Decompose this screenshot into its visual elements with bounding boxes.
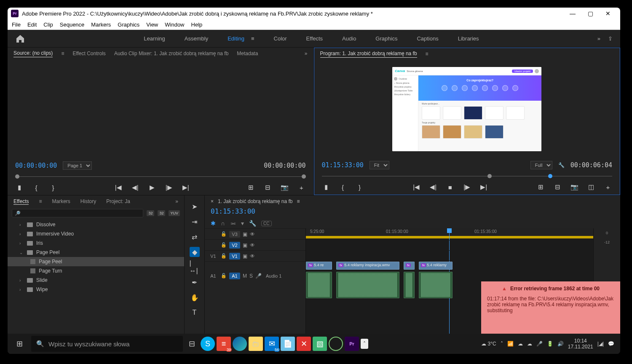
- premiere-icon[interactable]: Pr: [345, 337, 359, 351]
- menu-window[interactable]: Window: [165, 21, 184, 28]
- tree-folder[interactable]: ⌄Page Peel: [8, 248, 184, 257]
- wrench-icon[interactable]: 🔧: [249, 220, 256, 227]
- tree-effect[interactable]: Page Turn: [8, 266, 184, 276]
- page-select[interactable]: Page 1: [63, 161, 92, 170]
- program-tab[interactable]: Program: 1. Jak zrobić dobrą reklamę na …: [320, 51, 417, 58]
- menu-sequence[interactable]: Sequence: [60, 21, 85, 28]
- eye-icon[interactable]: 👁: [250, 231, 255, 237]
- effects-tab[interactable]: Effects: [13, 198, 29, 205]
- effects-tab[interactable]: Markers: [52, 198, 70, 204]
- workspace-learning[interactable]: Learning: [144, 35, 165, 42]
- toggle-output-icon[interactable]: ▣: [243, 253, 247, 259]
- lock-icon[interactable]: 🔓: [221, 242, 227, 248]
- skype-icon[interactable]: S: [201, 337, 215, 351]
- audio-clip[interactable]: [336, 272, 399, 298]
- toggle-output-icon[interactable]: ▣: [243, 242, 247, 248]
- clock[interactable]: 10:1417.11.2021: [568, 338, 593, 350]
- source-tab[interactable]: Metadata: [237, 51, 258, 56]
- tray-app-icon[interactable]: |◢|: [597, 341, 604, 347]
- track-v1[interactable]: V1: [229, 253, 240, 260]
- xmind-icon[interactable]: ✕: [297, 337, 311, 351]
- go-out-icon[interactable]: ▶|: [479, 183, 488, 191]
- ripple-tool-icon[interactable]: ⇄: [190, 232, 200, 242]
- track-select-tool-icon[interactable]: ⇥: [190, 217, 200, 227]
- zoom-select[interactable]: Fit: [370, 161, 389, 169]
- hand-tool-icon[interactable]: ✋: [190, 292, 200, 302]
- workspace-color[interactable]: Color: [274, 35, 287, 42]
- home-button[interactable]: [15, 34, 25, 44]
- panel-menu-icon[interactable]: ≡: [61, 51, 64, 56]
- insert-icon[interactable]: ⊞: [247, 184, 255, 191]
- camera-icon[interactable]: 📷: [570, 183, 578, 191]
- track-a1[interactable]: A1: [229, 273, 240, 279]
- battery-icon[interactable]: 🔋: [547, 341, 553, 347]
- solo-icon[interactable]: S: [249, 273, 253, 279]
- audio-clip[interactable]: [404, 272, 415, 298]
- program-viewer[interactable]: Canva Strona główna Utwórz projekt Osobi…: [314, 60, 620, 158]
- chevron-icon[interactable]: ›: [19, 232, 24, 236]
- extract-icon[interactable]: ⊟: [553, 183, 562, 191]
- mute-icon[interactable]: M: [243, 273, 247, 279]
- cloud-icon[interactable]: ☁: [527, 341, 532, 347]
- todoist-icon[interactable]: ≡39: [217, 337, 231, 351]
- track-v2[interactable]: V2: [229, 242, 240, 249]
- maximize-button[interactable]: ▢: [581, 10, 599, 17]
- tree-folder[interactable]: ›Slide: [8, 276, 184, 285]
- chevron-icon[interactable]: ⌄: [19, 250, 24, 255]
- minimize-button[interactable]: —: [564, 10, 581, 17]
- effects-tab[interactable]: Project: Ja: [106, 198, 130, 204]
- menu-help[interactable]: Help: [191, 21, 203, 28]
- snap-icon[interactable]: ✱: [211, 220, 216, 227]
- video-clip[interactable]: fx5.4 reklamy inspiracja.wmv: [336, 262, 399, 270]
- video-clip[interactable]: fx5.4 re: [306, 262, 332, 270]
- taskbar-search[interactable]: 🔍 Wpisz tu wyszukiwane słowa: [31, 336, 183, 352]
- add-button-icon[interactable]: +: [297, 184, 306, 191]
- quality-select[interactable]: Full: [530, 161, 552, 169]
- type-tool-icon[interactable]: T: [190, 308, 200, 318]
- menu-edit[interactable]: Edit: [27, 21, 37, 28]
- program-tc[interactable]: 01:15:33:00: [322, 161, 364, 169]
- menu-clip[interactable]: Clip: [43, 21, 53, 28]
- panel-menu-icon[interactable]: ≡: [426, 51, 428, 57]
- workspace-editing[interactable]: Editing: [228, 35, 244, 42]
- source-scrubber[interactable]: [8, 172, 313, 180]
- razor-tool-icon[interactable]: ◆: [190, 247, 200, 257]
- weather-icon[interactable]: ☁ 3°C: [481, 341, 496, 347]
- voiceover-icon[interactable]: 🎤: [255, 273, 262, 279]
- track-v3[interactable]: V3: [229, 231, 240, 238]
- panel-overflow-icon[interactable]: »: [305, 51, 308, 56]
- source-a1-target[interactable]: A1: [208, 273, 218, 278]
- lock-icon[interactable]: 🔓: [221, 231, 227, 237]
- sequence-tab[interactable]: 1. Jak zrobić dobrą reklamę na fb: [218, 198, 292, 204]
- chevron-icon[interactable]: ›: [19, 222, 24, 227]
- magnet-icon[interactable]: ∩: [221, 220, 225, 227]
- lock-icon[interactable]: 🔓: [221, 253, 227, 259]
- bracket-in-icon[interactable]: {: [32, 184, 40, 191]
- wifi-icon[interactable]: 📶: [507, 341, 514, 347]
- task-view-icon[interactable]: ⊟: [185, 337, 199, 351]
- badge-32float[interactable]: 32: [158, 210, 165, 216]
- chevron-icon[interactable]: ›: [19, 278, 24, 283]
- work-area-bar[interactable]: [306, 236, 593, 238]
- go-to-in-icon[interactable]: |◀: [114, 184, 123, 191]
- mail-icon[interactable]: ✉56: [265, 337, 279, 351]
- notifications-icon[interactable]: 💬: [608, 341, 614, 347]
- menu-view[interactable]: View: [146, 21, 158, 28]
- green-app-icon[interactable]: ▧: [313, 337, 327, 351]
- panel-menu-icon[interactable]: ≡: [39, 198, 42, 204]
- marker-add-icon[interactable]: ▾: [241, 220, 244, 227]
- link-icon[interactable]: ⫘: [230, 220, 236, 227]
- workspace-effects[interactable]: Effects: [306, 35, 323, 42]
- step-fwd-icon[interactable]: |▶: [165, 184, 173, 191]
- workspace-captions[interactable]: Captions: [417, 35, 438, 42]
- panel-menu-icon[interactable]: ≡: [297, 198, 300, 204]
- menu-markers[interactable]: Markers: [91, 21, 111, 28]
- tree-folder[interactable]: ›Wipe: [8, 285, 184, 294]
- audio-clip[interactable]: [306, 272, 332, 298]
- badge-32bit[interactable]: 32: [147, 210, 154, 216]
- eye-icon[interactable]: 👁: [250, 253, 255, 259]
- source-tab[interactable]: Source: (no clips): [13, 50, 53, 57]
- in-icon[interactable]: {: [339, 184, 347, 191]
- program-scrubber[interactable]: [314, 172, 620, 179]
- start-button[interactable]: ⊞: [9, 334, 29, 354]
